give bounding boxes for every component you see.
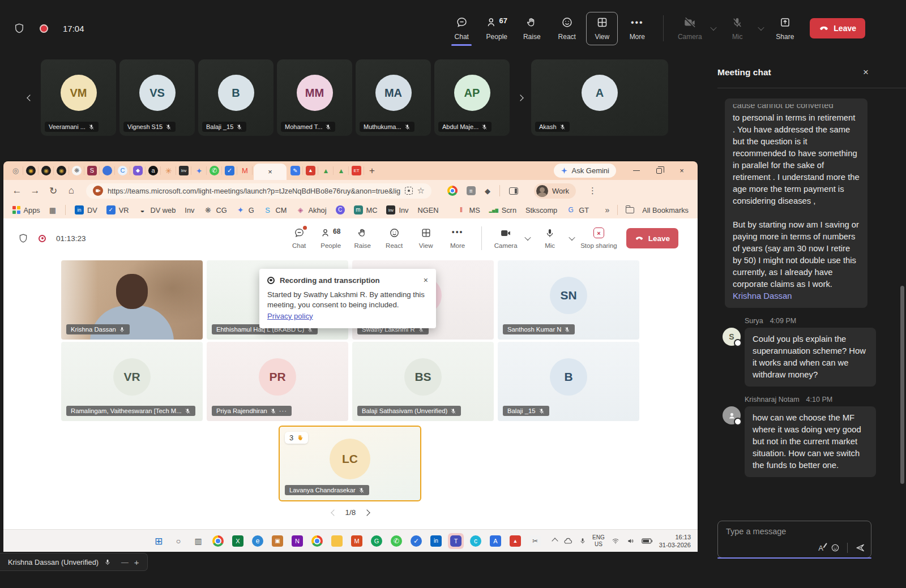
leave-button[interactable]: Leave [626, 228, 678, 248]
bookmark-item[interactable]: ◈ Akhoj [296, 205, 327, 214]
volume-icon[interactable] [626, 537, 635, 545]
bookmark-item[interactable]: ◒ DV web [138, 205, 176, 214]
grid-bookmark-icon[interactable]: ▦ [49, 206, 56, 214]
browser-tab[interactable]: S [84, 161, 100, 180]
lens-search-icon[interactable] [405, 187, 413, 195]
browser-tab[interactable]: ▲ [318, 161, 334, 180]
people-button[interactable]: 68 People [317, 228, 344, 249]
browser-tab[interactable] [100, 161, 115, 180]
apps-shortcut[interactable]: Apps [12, 206, 40, 214]
browser-tab[interactable]: ◉ [39, 161, 54, 180]
browser-tab[interactable]: ▲ [334, 161, 349, 180]
format-text-icon[interactable]: A [818, 544, 823, 552]
bookmark-star-icon[interactable]: ☆ [417, 186, 425, 196]
taskbar-app-icon[interactable]: e [250, 533, 266, 549]
chat-close-button[interactable]: × [863, 67, 869, 78]
taskbar-app-icon[interactable]: A [488, 533, 503, 549]
taskbar-app-icon[interactable] [309, 533, 325, 549]
taskbar-clock[interactable]: 16:1331-03-2026 [659, 533, 691, 550]
restore-button[interactable] [648, 161, 670, 180]
presenter-video-tile[interactable]: Krishna Dassan [61, 260, 203, 340]
privacy-policy-link[interactable]: Privacy policy [267, 312, 313, 320]
active-tab[interactable]: × [254, 164, 287, 180]
chat-button[interactable]: Chat [285, 228, 313, 249]
taskbar-app-icon[interactable]: ✂ [527, 533, 543, 549]
reload-button[interactable]: ↻ [48, 185, 59, 197]
participant-tile[interactable]: AP Abdul Maje... [434, 59, 510, 136]
browser-tab[interactable]: ✆ [207, 161, 222, 180]
collapse-icon[interactable]: — [121, 558, 129, 566]
camera-dropdown-chevron[interactable] [709, 26, 718, 31]
raise-hand-button[interactable]: Raise [516, 12, 548, 45]
bookmark-item[interactable]: C [336, 205, 345, 214]
camera-dropdown-chevron[interactable] [524, 236, 532, 241]
taskbar-app-icon[interactable]: X [230, 533, 246, 549]
participant-tile[interactable]: VS Vignesh S15 [119, 59, 195, 136]
browser-tab[interactable]: ◎ [8, 161, 23, 180]
taskbar-app-icon[interactable] [329, 533, 345, 549]
participant-tile[interactable]: B Balaji _15 ··· [498, 342, 639, 421]
taskbar-app-icon[interactable]: N [289, 533, 305, 549]
address-bar[interactable]: https://teams.microsoft.com/light-meetin… [86, 183, 431, 199]
browser-tab[interactable]: Inv [176, 161, 191, 180]
notification-close-icon[interactable]: × [424, 276, 428, 285]
battery-icon[interactable] [642, 538, 653, 544]
expand-icon[interactable]: + [134, 557, 139, 567]
participant-tile[interactable]: VR Ramalingam, Vaitheeswaran [Tech M... … [61, 342, 203, 421]
bookmark-item[interactable]: S CM [263, 205, 287, 214]
home-button[interactable]: ⌂ [66, 185, 77, 196]
browser-tab[interactable]: ✎ [288, 161, 303, 180]
mic-dropdown-chevron[interactable] [757, 26, 766, 31]
chat-message-list[interactable]: cause cannot be converted to personal in… [717, 88, 906, 493]
bookmark-item[interactable]: in DV [75, 205, 97, 214]
tile-more-icon[interactable]: ··· [279, 407, 287, 414]
bookmark-item[interactable]: m MC [354, 205, 378, 214]
raised-hand-tile[interactable]: 3 LC Lavanya Chandrasekar [279, 426, 421, 501]
raise-hand-button[interactable]: Raise [349, 228, 376, 249]
bookmark-item[interactable]: NGEN [418, 206, 439, 214]
browser-profile-button[interactable]: Work [534, 183, 576, 199]
browser-tab[interactable]: ✦ [191, 161, 207, 180]
participant-tile[interactable]: VM Veeramani ... [41, 59, 116, 136]
more-button[interactable]: ••• More [621, 12, 653, 45]
bookmark-item[interactable]: Inv [185, 206, 194, 214]
taskbar-app-icon[interactable]: G [369, 533, 384, 549]
page-next-icon[interactable] [364, 509, 370, 516]
participant-tile[interactable]: MM Mohamed T... [277, 59, 352, 136]
browser-tab[interactable]: M [237, 161, 253, 180]
participant-tile[interactable]: B Balaji _15 [198, 59, 273, 136]
language-indicator[interactable]: ENGUS [592, 534, 605, 548]
browser-menu-icon[interactable]: ⋮ [588, 186, 597, 196]
browser-tab[interactable]: ◉ [23, 161, 39, 180]
chat-scrollbar[interactable] [900, 286, 904, 484]
taskbar-app-icon[interactable]: ✆ [388, 533, 404, 549]
strip-prev-button[interactable] [23, 59, 37, 136]
tray-expand-icon[interactable] [552, 538, 558, 544]
extension-colorful-icon[interactable] [447, 186, 458, 196]
minimize-button[interactable] [625, 161, 648, 180]
browser-tab[interactable]: ◉ [54, 161, 69, 180]
browser-tab[interactable]: C [115, 161, 130, 180]
bookmark-item[interactable]: Inv Inv [386, 205, 408, 214]
taskbar-app-icon[interactable]: ▲ [507, 533, 523, 549]
react-button[interactable]: React [381, 228, 408, 249]
leave-button[interactable]: Leave [810, 18, 865, 38]
taskbar-app-icon[interactable]: c [468, 533, 484, 549]
extensions-puzzle-icon[interactable]: ◆ [485, 187, 490, 195]
taskbar-app-icon[interactable]: ▥ [190, 533, 206, 549]
tab-close-icon[interactable]: × [268, 168, 272, 176]
bookmarks-overflow-icon[interactable]: » [605, 205, 609, 214]
wifi-icon[interactable] [611, 537, 620, 545]
bookmark-item[interactable]: ✓ VR [106, 205, 129, 214]
send-icon[interactable] [855, 543, 865, 553]
bookmark-item[interactable]: ❋ CG [203, 205, 226, 214]
chat-composer[interactable]: Type a message A [717, 521, 871, 558]
forward-button[interactable]: → [29, 185, 41, 196]
tray-mic-icon[interactable] [579, 537, 586, 545]
mic-button[interactable]: Mic [536, 228, 563, 249]
all-bookmarks-label[interactable]: All Bookmarks [642, 206, 689, 214]
participant-tile-wide[interactable]: A Akash [531, 59, 668, 136]
camera-button[interactable]: Camera [674, 12, 706, 45]
browser-tab[interactable]: ✳ [161, 161, 176, 180]
taskbar-app-icon[interactable]: ⊞ [151, 533, 166, 549]
